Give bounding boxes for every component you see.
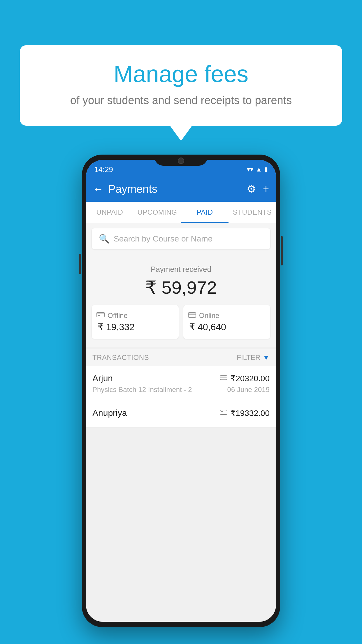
offline-card: Offline ₹ 19,332 [92, 305, 179, 339]
add-icon[interactable]: + [263, 183, 269, 195]
back-button[interactable]: ← [93, 183, 103, 195]
transaction-type-icon-2 [220, 409, 227, 417]
wifi-icon: ▾▾ [247, 166, 253, 173]
bubble-title: Manage fees [37, 61, 325, 87]
transaction-name-2: Anupriya [92, 408, 127, 418]
svg-rect-2 [98, 315, 100, 316]
online-label: Online [199, 312, 219, 320]
phone-outer: 14:29 ▾▾ ▲ ▮ ← Payments ⚙ + [82, 155, 280, 627]
speech-bubble-container: Manage fees of your students and send re… [20, 45, 342, 126]
tab-upcoming[interactable]: UPCOMING [133, 202, 181, 223]
search-icon: 🔍 [99, 234, 110, 244]
speech-bubble: Manage fees of your students and send re… [20, 45, 342, 126]
transaction-date-1: 06 June 2019 [227, 386, 270, 394]
offline-amount: ₹ 19,332 [96, 321, 135, 332]
online-icon [188, 312, 196, 320]
transactions-label: TRANSACTIONS [92, 354, 149, 362]
phone-camera [178, 158, 184, 164]
svg-rect-0 [97, 312, 104, 317]
online-amount: ₹ 40,640 [188, 321, 226, 332]
transaction-top-2: Anupriya ₹19332.00 [92, 408, 270, 418]
signal-icon: ▲ [256, 166, 262, 173]
transaction-bottom-1: Physics Batch 12 Installment - 2 06 June… [92, 386, 270, 394]
status-time: 14:29 [94, 165, 113, 174]
settings-icon[interactable]: ⚙ [247, 183, 256, 195]
tabs-container: UNPAID UPCOMING PAID STUDENTS [86, 202, 276, 223]
filter-button[interactable]: FILTER ▼ [237, 354, 270, 362]
search-container: 🔍 Search by Course or Name [86, 223, 276, 254]
payment-summary: Payment received ₹ 59,972 [86, 254, 276, 347]
tab-unpaid[interactable]: UNPAID [86, 202, 133, 223]
online-card-header: Online [188, 312, 219, 320]
transaction-row-2[interactable]: Anupriya ₹19332.00 [86, 401, 276, 428]
filter-icon: ▼ [263, 354, 270, 362]
tab-students[interactable]: STUDENTS [229, 202, 276, 223]
search-placeholder: Search by Course or Name [114, 234, 212, 244]
battery-icon: ▮ [264, 166, 268, 173]
offline-card-header: Offline [96, 312, 128, 320]
transaction-name-1: Arjun [92, 373, 113, 383]
svg-rect-8 [221, 411, 223, 412]
phone-screen: 14:29 ▾▾ ▲ ▮ ← Payments ⚙ + [86, 160, 276, 622]
app-header: ← Payments ⚙ + [86, 176, 276, 202]
transaction-amount-container-2: ₹19332.00 [220, 408, 270, 418]
payment-label: Payment received [92, 265, 270, 274]
phone-notch [155, 155, 207, 166]
transactions-header: TRANSACTIONS FILTER ▼ [86, 349, 276, 366]
payment-cards: Offline ₹ 19,332 [92, 305, 270, 339]
svg-rect-3 [188, 313, 196, 317]
transaction-type-icon-1 [220, 374, 227, 382]
payment-amount: ₹ 59,972 [92, 277, 270, 298]
offline-icon [96, 312, 105, 320]
transaction-row-1[interactable]: Arjun ₹20320.00 Physics Batch 12 Install… [86, 366, 276, 401]
phone-container: 14:29 ▾▾ ▲ ▮ ← Payments ⚙ + [82, 155, 280, 627]
side-button-left [79, 254, 81, 274]
search-bar[interactable]: 🔍 Search by Course or Name [92, 228, 270, 249]
header-title: Payments [108, 183, 157, 195]
offline-label: Offline [108, 312, 128, 320]
status-icons: ▾▾ ▲ ▮ [247, 166, 268, 173]
online-card: Online ₹ 40,640 [183, 305, 270, 339]
transaction-top-1: Arjun ₹20320.00 [92, 373, 270, 383]
header-left: ← Payments [93, 183, 157, 195]
transaction-amount-1: ₹20320.00 [230, 374, 270, 383]
header-right: ⚙ + [247, 183, 269, 195]
tab-paid[interactable]: PAID [181, 202, 229, 223]
svg-rect-5 [220, 376, 227, 380]
bubble-subtitle: of your students and send receipts to pa… [37, 93, 325, 108]
transaction-amount-2: ₹19332.00 [230, 408, 270, 418]
side-button-right [281, 236, 283, 265]
filter-label: FILTER [237, 354, 260, 362]
svg-rect-7 [220, 410, 227, 414]
transaction-amount-container-1: ₹20320.00 [220, 374, 270, 383]
transaction-detail-1: Physics Batch 12 Installment - 2 [92, 386, 192, 394]
